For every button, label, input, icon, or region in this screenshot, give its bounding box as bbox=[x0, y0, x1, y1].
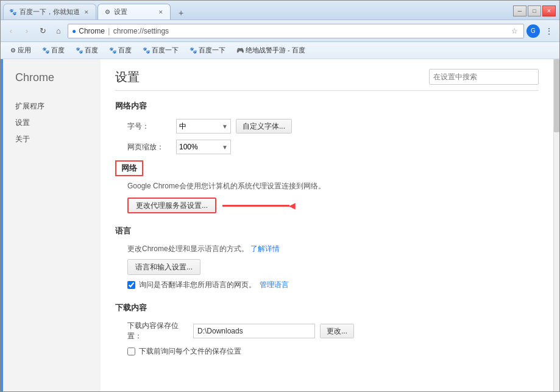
scrollbar[interactable] bbox=[553, 59, 559, 391]
bookmarks-bar: ⚙ 应用 🐾 百度 🐾 百度 🐾 百度 🐾 百度一下 🐾 百度一下 🎮 绝地战警… bbox=[1, 42, 559, 59]
tab-title-settings: 设置 bbox=[114, 7, 154, 16]
bookmark-label-baidu1: 百度 bbox=[51, 46, 65, 55]
language-desc-text: 更改Chrome处理和显示语言的方式。 bbox=[127, 244, 249, 253]
address-path: chrome://settings bbox=[113, 27, 169, 35]
web-content-title: 网络内容 bbox=[115, 101, 539, 112]
reload-button[interactable]: ↻ bbox=[36, 24, 49, 38]
extension-button[interactable]: G bbox=[526, 24, 540, 38]
address-brand: Chrome bbox=[79, 27, 105, 35]
download-title: 下载内容 bbox=[115, 302, 539, 313]
tab-favicon-baidu: 🐾 bbox=[9, 8, 17, 16]
download-location-row: 下载内容保存位置： 更改... bbox=[115, 321, 539, 341]
address-bar[interactable]: ● Chrome | chrome://settings ☆ bbox=[68, 24, 524, 38]
address-favicon: ● bbox=[72, 27, 76, 35]
custom-font-button[interactable]: 自定义字体... bbox=[236, 119, 292, 134]
zoom-arrow-icon: ▼ bbox=[222, 144, 228, 151]
header-divider bbox=[115, 90, 539, 91]
main-panel: 设置 网络内容 字号： 中 ▼ 自定义字体... 网页缩放： bbox=[101, 59, 553, 391]
bookmark-label-baidu3: 百度 bbox=[118, 46, 132, 55]
titlebar: 🐾 百度一下，你就知道 ✕ ⚙ 设置 ✕ + ─ □ ✕ bbox=[1, 1, 559, 20]
bookmark-baidu4[interactable]: 🐾 百度一下 bbox=[138, 45, 183, 56]
menu-button[interactable]: ⋮ bbox=[542, 25, 556, 37]
language-input-settings-button[interactable]: 语言和输入设置... bbox=[127, 259, 200, 275]
browser-window: 🐾 百度一下，你就知道 ✕ ⚙ 设置 ✕ + ─ □ ✕ ‹ › ↻ ⌂ ● C… bbox=[0, 0, 560, 392]
ask-before-download-row: 下载前询问每个文件的保存位置 bbox=[115, 346, 539, 357]
manage-language-link[interactable]: 管理语言 bbox=[260, 280, 289, 290]
bookmark-favicon-baidu3: 🐾 bbox=[109, 47, 116, 54]
tab-settings[interactable]: ⚙ 设置 ✕ bbox=[97, 4, 171, 20]
translate-checkbox[interactable] bbox=[127, 281, 135, 289]
bookmark-favicon-baidu1: 🐾 bbox=[42, 47, 49, 54]
page-header: 设置 bbox=[115, 69, 539, 85]
language-title: 语言 bbox=[115, 226, 539, 237]
bookmark-label-game: 绝地战警手游 - 百度 bbox=[246, 46, 305, 55]
bookmark-favicon-baidu4: 🐾 bbox=[143, 47, 150, 54]
bookmark-label-baidu2: 百度 bbox=[85, 46, 98, 55]
font-size-row: 字号： 中 ▼ 自定义字体... bbox=[115, 119, 539, 134]
bookmark-favicon-baidu5: 🐾 bbox=[190, 47, 197, 54]
bookmark-favicon-baidu2: 🐾 bbox=[76, 47, 83, 54]
sidebar-item-settings[interactable]: 设置 bbox=[15, 115, 101, 130]
font-size-select[interactable]: 中 ▼ bbox=[176, 119, 231, 134]
bookmark-label-baidu5: 百度一下 bbox=[199, 46, 225, 55]
bookmark-baidu2[interactable]: 🐾 百度 bbox=[71, 45, 103, 56]
window-controls: ─ □ ✕ bbox=[509, 1, 559, 20]
zoom-value: 100% bbox=[179, 143, 219, 151]
minimize-button[interactable]: ─ bbox=[513, 5, 526, 16]
settings-search-input[interactable] bbox=[429, 69, 539, 85]
tab-baidu[interactable]: 🐾 百度一下，你就知道 ✕ bbox=[3, 4, 96, 20]
font-size-label: 字号： bbox=[127, 121, 176, 132]
network-title: 网络 bbox=[121, 163, 137, 173]
star-button[interactable]: ☆ bbox=[509, 26, 520, 37]
proxy-settings-button[interactable]: 更改代理服务器设置... bbox=[127, 198, 216, 213]
download-path-input[interactable] bbox=[193, 324, 315, 338]
bookmark-favicon-apps: ⚙ bbox=[10, 47, 16, 54]
close-button[interactable]: ✕ bbox=[542, 5, 556, 16]
bookmark-game[interactable]: 🎮 绝地战警手游 - 百度 bbox=[232, 45, 310, 56]
sidebar-brand: Chrome bbox=[15, 71, 101, 84]
download-change-button[interactable]: 更改... bbox=[320, 324, 354, 338]
ask-download-label: 下载前询问每个文件的保存位置 bbox=[139, 346, 241, 357]
network-title-box: 网络 bbox=[115, 160, 143, 176]
proxy-button-wrap: 更改代理服务器设置... bbox=[115, 198, 539, 213]
sidebar-item-extensions[interactable]: 扩展程序 bbox=[15, 99, 101, 114]
translate-row: 询问是否翻译非您所用语言的网页。 管理语言 bbox=[115, 280, 539, 290]
back-button[interactable]: ‹ bbox=[4, 24, 18, 38]
forward-button[interactable]: › bbox=[20, 24, 34, 38]
new-tab-button[interactable]: + bbox=[173, 6, 189, 20]
bookmark-baidu3[interactable]: 🐾 百度 bbox=[104, 45, 136, 56]
red-arrow-annotation bbox=[222, 199, 296, 212]
tab-favicon-settings: ⚙ bbox=[103, 8, 112, 16]
address-separator: | bbox=[108, 27, 112, 35]
font-size-arrow-icon: ▼ bbox=[222, 123, 228, 130]
tab-bar: 🐾 百度一下，你就知道 ✕ ⚙ 设置 ✕ + bbox=[1, 1, 509, 20]
bookmark-label-apps: 应用 bbox=[18, 46, 31, 55]
address-text: Chrome | chrome://settings bbox=[79, 27, 506, 35]
learn-more-link[interactable]: 了解详情 bbox=[250, 244, 280, 253]
bookmark-baidu5[interactable]: 🐾 百度一下 bbox=[185, 45, 230, 56]
maximize-button[interactable]: □ bbox=[528, 5, 541, 16]
bookmark-baidu1[interactable]: 🐾 百度 bbox=[37, 45, 69, 56]
zoom-select[interactable]: 100% ▼ bbox=[176, 140, 231, 154]
network-description: Google Chrome会使用您计算机的系统代理设置连接到网络。 bbox=[115, 181, 539, 191]
tab-close-baidu[interactable]: ✕ bbox=[82, 8, 91, 16]
home-button[interactable]: ⌂ bbox=[52, 24, 65, 38]
language-section: 语言 更改Chrome处理和显示语言的方式。 了解详情 语言和输入设置... 询… bbox=[115, 226, 539, 290]
navbar: ‹ › ↻ ⌂ ● Chrome | chrome://settings ☆ G… bbox=[1, 20, 559, 42]
font-size-value: 中 bbox=[179, 121, 219, 132]
tab-title-baidu: 百度一下，你就知道 bbox=[19, 7, 80, 16]
zoom-row: 网页缩放： 100% ▼ bbox=[115, 140, 539, 154]
page-title: 设置 bbox=[115, 69, 140, 85]
sidebar-item-about[interactable]: 关于 bbox=[15, 132, 101, 147]
content-area: Chrome 扩展程序 设置 关于 设置 网络内容 字号： 中 bbox=[1, 59, 559, 391]
language-description: 更改Chrome处理和显示语言的方式。 了解详情 bbox=[115, 244, 539, 254]
sidebar-nav: 扩展程序 设置 关于 bbox=[15, 99, 101, 147]
sidebar: Chrome 扩展程序 设置 关于 bbox=[3, 59, 101, 391]
web-content-section: 网络内容 字号： 中 ▼ 自定义字体... 网页缩放： 100% ▼ bbox=[115, 101, 539, 154]
download-location-label: 下载内容保存位置： bbox=[127, 321, 188, 341]
ask-download-checkbox[interactable] bbox=[127, 347, 135, 355]
tab-close-settings[interactable]: ✕ bbox=[157, 8, 165, 16]
bookmark-favicon-game: 🎮 bbox=[236, 47, 244, 54]
download-section: 下载内容 下载内容保存位置： 更改... 下载前询问每个文件的保存位置 bbox=[115, 302, 539, 357]
bookmark-apps[interactable]: ⚙ 应用 bbox=[5, 45, 36, 56]
